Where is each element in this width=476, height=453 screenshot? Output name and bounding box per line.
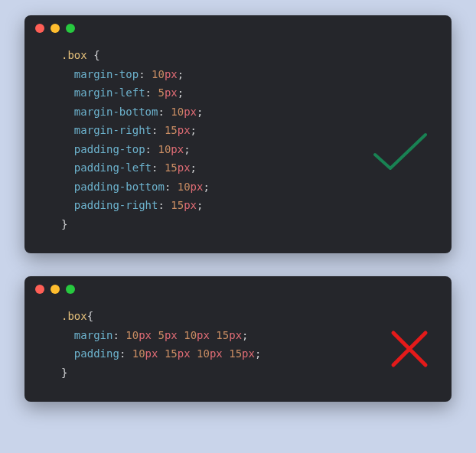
- css-value-unit: px: [171, 143, 184, 155]
- css-value-unit: px: [242, 347, 255, 360]
- css-value-number: 15: [165, 347, 178, 360]
- css-value-unit: px: [229, 329, 242, 341]
- css-value-unit: px: [178, 124, 191, 136]
- css-selector: .box: [61, 310, 87, 322]
- cross-icon: [389, 328, 430, 370]
- css-value-number: 10: [152, 68, 165, 80]
- close-icon: [35, 285, 44, 294]
- minimize-icon: [51, 24, 60, 33]
- css-value-unit: px: [145, 347, 158, 360]
- css-value-number: 10: [158, 143, 171, 155]
- css-property: margin-top: [74, 68, 139, 80]
- css-value-unit: px: [178, 161, 191, 174]
- css-property: padding-left: [74, 161, 152, 174]
- css-value-unit: px: [184, 106, 197, 118]
- css-value-number: 10: [171, 106, 184, 118]
- css-property: margin-right: [74, 124, 152, 136]
- css-value-unit: px: [165, 86, 178, 99]
- code-block-bad: .box{ margin: 10px 5px 10px 15px; paddin…: [24, 302, 452, 402]
- maximize-icon: [66, 285, 75, 294]
- css-selector: .box: [61, 49, 87, 61]
- brace-close: }: [61, 218, 67, 230]
- css-value-unit: px: [191, 181, 204, 193]
- css-property: padding-right: [74, 199, 158, 211]
- css-property: padding: [74, 347, 119, 360]
- checkmark-icon: [370, 130, 430, 174]
- code-window-good: .box { margin-top: 10px; margin-left: 5p…: [24, 15, 452, 253]
- css-value-number: 15: [165, 124, 178, 136]
- css-value-unit: px: [178, 347, 191, 360]
- brace-close: }: [61, 367, 67, 379]
- css-value-number: 5: [158, 329, 164, 341]
- css-value-number: 15: [165, 161, 178, 174]
- css-value-number: 15: [171, 199, 184, 211]
- window-titlebar: [24, 276, 452, 302]
- brace-open: {: [87, 310, 93, 322]
- css-value-number: 15: [229, 347, 242, 360]
- minimize-icon: [51, 285, 60, 294]
- css-value-unit: px: [197, 329, 210, 341]
- css-value-unit: px: [210, 347, 223, 360]
- css-value-unit: px: [165, 68, 178, 80]
- css-value-unit: px: [184, 199, 197, 211]
- css-property: margin: [74, 329, 113, 341]
- brace-open: {: [93, 49, 99, 61]
- window-titlebar: [24, 15, 452, 41]
- css-value-number: 5: [158, 86, 164, 99]
- close-icon: [35, 24, 44, 33]
- css-value-number: 10: [178, 181, 191, 193]
- css-value-number: 10: [132, 347, 145, 360]
- css-value-unit: px: [165, 329, 178, 341]
- css-value-number: 10: [197, 347, 210, 360]
- css-value-number: 10: [184, 329, 197, 341]
- css-value-unit: px: [139, 329, 152, 341]
- css-value-number: 10: [126, 329, 139, 341]
- code-window-bad: .box{ margin: 10px 5px 10px 15px; paddin…: [24, 276, 452, 402]
- maximize-icon: [66, 24, 75, 33]
- css-property: margin-left: [74, 86, 145, 99]
- css-property: margin-bottom: [74, 106, 158, 118]
- css-property: padding-top: [74, 143, 145, 155]
- css-property: padding-bottom: [74, 181, 165, 193]
- css-value-number: 15: [216, 329, 229, 341]
